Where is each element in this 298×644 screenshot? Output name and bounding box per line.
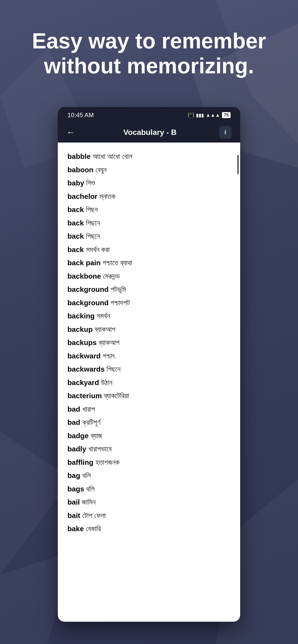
vocab-english: babble <box>67 152 91 160</box>
vocab-bengali: পিছনে <box>86 232 100 240</box>
vocab-bengali: ব্যাকটেরিয়া <box>104 392 129 400</box>
vocab-english: bake <box>67 525 84 532</box>
vocab-bengali: সমর্থন করা <box>86 246 110 254</box>
vocab-item[interactable]: bail জামিন <box>67 496 231 509</box>
vocab-bengali: থলি <box>82 472 91 480</box>
battery-indicator: 75 <box>222 112 231 118</box>
vocab-bengali: পিছনে <box>86 219 100 227</box>
vocab-bengali: উঠান <box>101 378 112 386</box>
vocab-english: bait <box>67 512 80 520</box>
vocab-bengali: মেরুদন্ড <box>103 272 120 280</box>
vocab-english: bad <box>67 418 80 426</box>
vocab-english: badge <box>67 432 89 440</box>
vocab-bengali: পশ্চাদপট <box>111 299 130 307</box>
app-title: Vocabulary - B <box>81 128 219 137</box>
signal-icon: ▮▮▮ <box>196 112 204 118</box>
vocab-bengali: শিশু <box>86 179 95 187</box>
vocab-english: backup <box>67 325 93 333</box>
vocab-bengali: জামিন <box>82 498 95 506</box>
vocab-item[interactable]: baby শিশু <box>67 176 231 190</box>
vocab-english: backups <box>67 338 97 346</box>
vocab-english: bag <box>67 472 80 480</box>
vocab-bengali: সমর্থন <box>97 312 110 320</box>
vocab-item[interactable]: bait টোপ ফেলা <box>67 509 231 522</box>
vocab-item[interactable]: backbone মেরুদন্ড <box>67 270 231 283</box>
vocab-item[interactable]: bad ক্রটিপূর্ণ <box>67 416 231 429</box>
vocab-english: bags <box>67 485 84 493</box>
vocabulary-list: babble আধো আধো বোলbaboon বেবুনbaby শিশুb… <box>58 142 240 622</box>
vocab-english: backwards <box>67 365 105 373</box>
vocab-english: back pain <box>67 259 100 267</box>
phone-frame: 10:45 AM 📳 ▮▮▮ ▲▲▲ 75 ← Vocabulary - B i… <box>58 107 240 622</box>
vocab-bengali: পিছনে <box>106 365 120 373</box>
vocab-item[interactable]: background পশ্চাদপট <box>67 296 231 310</box>
hero-section: Easy way to remember without memorizing. <box>0 0 298 98</box>
vocab-item[interactable]: bacterium ব্যাকটেরিয়া <box>67 389 231 402</box>
status-bar: 10:45 AM 📳 ▮▮▮ ▲▲▲ 75 <box>58 107 240 122</box>
vocab-english: backbone <box>67 272 101 280</box>
status-time: 10:45 AM <box>67 112 94 119</box>
vocab-item[interactable]: back pain পশ্চাতে ব্যাথা <box>67 256 231 270</box>
vocab-item[interactable]: bachelor স্নাতক <box>67 190 231 203</box>
vocab-item[interactable]: badly খারাপভাবে <box>67 442 231 456</box>
vocab-bengali: আধো আধো বোল <box>93 152 132 160</box>
vocab-item[interactable]: bad খারাপ <box>67 402 231 416</box>
vocab-english: bad <box>67 405 80 413</box>
vocab-bengali: হতাশজনক <box>95 458 119 466</box>
vocab-bengali: স্নাতক <box>99 192 115 200</box>
vocab-item[interactable]: back সমর্থন করা <box>67 243 231 256</box>
vocab-item[interactable]: backyard উঠান <box>67 376 231 389</box>
vibrate-icon: 📳 <box>188 112 194 118</box>
vocab-item[interactable]: backward পশ্চাৎ <box>67 349 231 363</box>
vocab-bengali: ব্যাকআপ <box>99 338 119 346</box>
vocab-english: back <box>67 219 84 227</box>
vocab-bengali: টোপ ফেলা <box>82 512 106 520</box>
vocab-english: baffling <box>67 458 93 466</box>
vocab-bengali: বেকারি <box>86 525 101 532</box>
vocab-bengali: পটভূমি <box>111 285 126 293</box>
vocab-english: back <box>67 246 84 254</box>
info-button[interactable]: i <box>219 126 232 138</box>
vocab-bengali: ক্রটিপূর্ণ <box>82 418 100 426</box>
vocab-item[interactable]: baffling হতাশজনক <box>67 456 231 469</box>
vocab-item[interactable]: babble আধো আধো বোল <box>67 150 231 163</box>
vocab-bengali: খারাপভাবে <box>88 445 112 453</box>
back-button[interactable]: ← <box>66 127 75 137</box>
vocab-item[interactable]: bag থলি <box>67 469 231 482</box>
vocab-bengali: পশ্চাৎ <box>103 352 115 360</box>
vocab-english: baby <box>67 179 84 187</box>
vocab-item[interactable]: back পিছন <box>67 203 231 216</box>
vocab-item[interactable]: backup ব্যাকআপ <box>67 323 231 336</box>
vocab-item[interactable]: bags থলি <box>67 482 231 496</box>
vocab-bengali: ব্যাকআপ <box>95 325 115 333</box>
vocab-item[interactable]: back পিছনে <box>67 230 231 243</box>
vocab-english: bail <box>67 498 80 506</box>
vocab-item[interactable]: back পিছনে <box>67 216 231 230</box>
vocab-english: back <box>67 206 84 214</box>
status-icons: 📳 ▮▮▮ ▲▲▲ 75 <box>188 112 231 118</box>
vocab-item[interactable]: backing সমর্থন <box>67 309 231 323</box>
vocab-english: background <box>67 299 109 307</box>
vocab-english: background <box>67 285 109 293</box>
vocab-english: back <box>67 232 84 240</box>
hero-title: Easy way to remember without memorizing. <box>19 29 279 78</box>
vocab-english: bacterium <box>67 392 102 400</box>
vocab-bengali: ব্যাজ <box>91 432 102 440</box>
wifi-icon: ▲▲▲ <box>206 112 220 118</box>
vocab-item[interactable]: backwards পিছনে <box>67 362 231 376</box>
vocab-bengali: পশ্চাতে ব্যাথা <box>103 259 132 267</box>
vocab-english: baboon <box>67 166 93 174</box>
vocab-item[interactable]: background পটভূমি <box>67 283 231 296</box>
app-bar: ← Vocabulary - B i <box>58 122 240 142</box>
vocab-item[interactable]: baboon বেবুন <box>67 163 231 176</box>
vocab-english: backing <box>67 312 95 320</box>
vocab-item[interactable]: badge ব্যাজ <box>67 429 231 442</box>
vocab-item[interactable]: backups ব্যাকআপ <box>67 336 231 349</box>
vocab-english: badly <box>67 445 86 453</box>
vocab-bengali: থলি <box>86 485 95 493</box>
vocab-english: backward <box>67 352 100 360</box>
vocab-item[interactable]: bake বেকারি <box>67 522 231 536</box>
scroll-indicator <box>237 155 239 174</box>
vocab-bengali: খারাপ <box>82 405 95 413</box>
background: Easy way to remember without memorizing.… <box>0 0 298 644</box>
